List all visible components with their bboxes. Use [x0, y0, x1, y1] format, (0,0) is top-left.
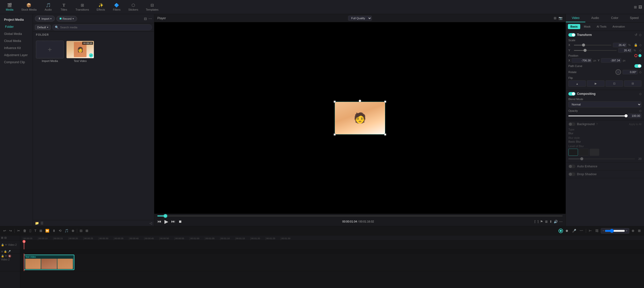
track-toggle-icon[interactable]: ⊟ [4, 236, 7, 239]
search-input[interactable] [60, 26, 149, 29]
track-lock-icon[interactable]: 🔒 [1, 243, 4, 246]
tab-audio[interactable]: Audio [585, 14, 605, 22]
scale-keyframe-icon[interactable]: ◇ [639, 43, 641, 47]
nav-item-filters[interactable]: 🔷 Filters [109, 2, 124, 12]
tl-btn-delete[interactable]: 🗑 [22, 228, 28, 233]
flip-btn-3[interactable]: ⊡ [606, 80, 623, 87]
blur-slider[interactable] [568, 159, 635, 159]
tl-btn-reverse[interactable]: ⟲ [57, 228, 63, 233]
subtab-basic[interactable]: Basic [568, 24, 580, 29]
tl-btn-cut[interactable]: ✂ [16, 228, 21, 233]
tl-add-track-btn[interactable]: ⊕ [630, 228, 636, 233]
forward-button[interactable]: ⏭ [171, 219, 175, 224]
flip-btn-4[interactable]: ⊟ [624, 80, 641, 87]
tab-color[interactable]: Color [605, 14, 625, 22]
opacity-keyframe-icon[interactable]: ◇ [639, 109, 641, 113]
tl-btn-more2[interactable]: ⊞ [84, 228, 90, 233]
list-view-icon[interactable]: ☰ [40, 221, 44, 225]
tl-mic-btn[interactable]: 🎤 [571, 228, 577, 233]
record-dot-btn[interactable] [559, 229, 563, 233]
track-add-icon[interactable]: ⊕ [1, 250, 3, 253]
playhead[interactable]: ⬥ [24, 240, 24, 249]
nav-item-stickers[interactable]: ⬡ Stickers [125, 2, 142, 12]
scale-x-input[interactable] [613, 43, 627, 47]
tab-video[interactable]: Video [566, 14, 585, 22]
background-help-icon[interactable]: ? [596, 123, 598, 126]
scale-y-slider[interactable] [574, 50, 617, 51]
nav-item-media[interactable]: 🎬 Media [2, 2, 17, 12]
in-point-icon[interactable]: ⌈ [534, 220, 536, 224]
tl-btn-more1[interactable]: ⊟ [78, 228, 84, 233]
nav-item-stock[interactable]: 📦 Stock Media [18, 2, 40, 12]
tab-speed[interactable]: Speed [625, 14, 644, 22]
path-curve-toggle[interactable] [634, 64, 641, 68]
opacity-slider[interactable] [568, 116, 626, 116]
expand-icon[interactable]: ⊞ [1, 236, 3, 239]
tl-record-btn[interactable]: ⏺ [564, 228, 570, 233]
export-icon[interactable]: ⬆ [549, 220, 552, 224]
import-media-item[interactable]: + Import Media [36, 41, 64, 62]
tl-btn-split[interactable]: ⌷ [28, 228, 33, 233]
sidebar-item-folder[interactable]: Folder [1, 24, 32, 30]
nav-item-templates[interactable]: ⊟ Templates [142, 2, 162, 12]
import-media-thumb[interactable]: + [36, 41, 64, 58]
nav-item-transitions[interactable]: ⊞ Transitions [72, 2, 93, 12]
nav-item-titles[interactable]: T Titles [56, 2, 72, 12]
transform-toggle[interactable] [568, 33, 575, 37]
blur-thumb-2[interactable] [579, 149, 589, 156]
sidebar-item-global-media[interactable]: Global Media [1, 31, 32, 37]
opacity-input[interactable] [628, 114, 641, 118]
rotate-input[interactable] [622, 70, 638, 74]
blur-thumb-3[interactable] [590, 149, 599, 156]
tl-btn-crop[interactable]: ⊠ [38, 228, 44, 233]
rotate-keyframe-icon[interactable]: ◇ [639, 70, 641, 74]
nav-item-effects[interactable]: ✨ Effects [93, 2, 109, 12]
position-y-input[interactable] [601, 58, 621, 63]
anchor-topright[interactable] [384, 101, 386, 103]
track1-lock-icon[interactable]: 🔒 [1, 255, 4, 257]
subtab-animation[interactable]: Animation [610, 24, 628, 29]
tl-btn-redo[interactable]: ↪ [8, 228, 13, 233]
tl-btn-text[interactable]: T [33, 228, 38, 233]
sidebar-item-adjustment-layer[interactable]: Adjustment Layer [1, 52, 32, 58]
tl-trim-btn[interactable]: ⊢ [588, 228, 593, 233]
blend-mode-select[interactable]: Normal [568, 101, 641, 107]
tl-link-btn[interactable]: ⛓ [594, 228, 600, 233]
stop-button[interactable]: ⏹ [178, 219, 182, 224]
camera-icon[interactable]: 📷 [559, 16, 563, 20]
main-video-clip[interactable]: Test Video [24, 255, 74, 270]
anchor-bottomright[interactable] [384, 134, 386, 136]
default-dropdown[interactable]: Default ▾ [35, 25, 51, 30]
more-ctrl-icon[interactable]: ⋯ [559, 220, 563, 224]
anchor-topleft[interactable] [334, 101, 336, 103]
out-point-icon[interactable]: ⌉ [537, 220, 539, 224]
mark-icon[interactable]: ⚑ [540, 220, 543, 224]
progress-bar-container[interactable] [157, 215, 563, 216]
zoom-plus[interactable]: + [626, 229, 628, 233]
progress-handle[interactable] [164, 214, 167, 218]
new-folder-icon[interactable]: 📁 [35, 221, 39, 225]
apply-to-all-btn[interactable]: Apply to All [629, 123, 641, 126]
tl-btn-copy[interactable]: ⊕ [70, 228, 76, 233]
drop-shadow-toggle[interactable] [568, 172, 575, 176]
keyframe-icon[interactable]: ◇ [639, 33, 641, 37]
sidebar-item-cloud-media[interactable]: Cloud Media [1, 38, 32, 44]
background-toggle[interactable] [568, 122, 575, 126]
full-screen-icon[interactable]: ⊞ [554, 16, 556, 20]
rotate-circle[interactable]: ○ [615, 69, 621, 75]
tl-btn-speed[interactable]: ⏩ [44, 228, 51, 233]
reset-transform-icon[interactable]: ↺ [635, 33, 637, 37]
view-toggle[interactable]: ⊞ 🖼 [634, 5, 642, 9]
zoom-slider[interactable] [605, 229, 625, 233]
quality-select[interactable]: Full Quality [348, 16, 372, 21]
track-eye-icon[interactable]: 👁 [5, 243, 7, 246]
blur-thumb-1[interactable] [568, 149, 578, 156]
collapse-icon[interactable]: ◁ [149, 221, 152, 225]
subtab-mask[interactable]: Mask [581, 24, 593, 29]
sidebar-item-influence-kit[interactable]: Influence Kit [1, 45, 32, 51]
position-x-input[interactable] [572, 58, 592, 63]
track1-eye-icon[interactable]: 👁 [5, 255, 7, 257]
track1-mute-icon[interactable]: 🔇 [8, 255, 11, 257]
zoom-minus[interactable]: − [603, 229, 605, 233]
tl-wave-btn[interactable]: 〰 [578, 228, 584, 233]
